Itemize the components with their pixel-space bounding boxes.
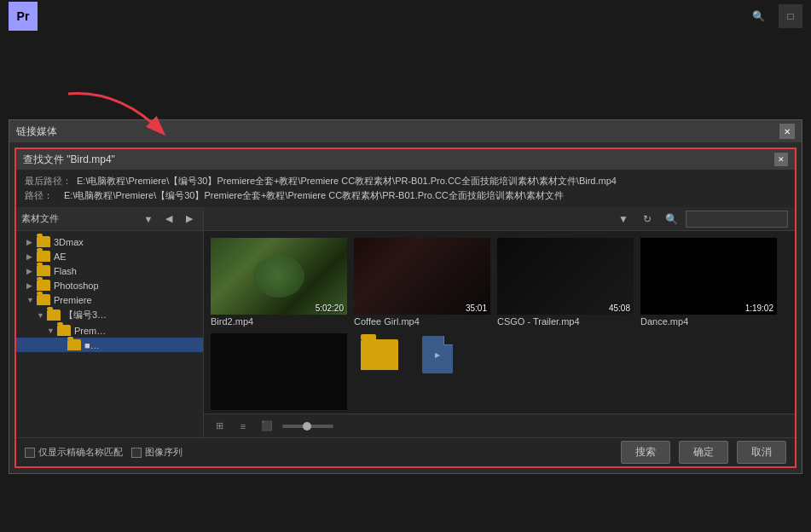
- thumb-img-dark1: [211, 333, 347, 410]
- filter-icon[interactable]: ▼: [614, 210, 633, 228]
- thumb-duration-coffee: 35:01: [466, 304, 487, 313]
- thumb-coffee[interactable]: 35:01 Coffee Girl.mp4: [354, 238, 490, 327]
- tree-arrow-prem-sub: ▼: [47, 327, 57, 335]
- grid-view-btn[interactable]: ⊞: [211, 419, 228, 433]
- tree-label-photoshop: Photoshop: [54, 280, 99, 291]
- right-panel: ▼ ↻ 🔍 5:02:20 Bird2.mp4: [204, 207, 795, 437]
- tree-label-prem-sub: Prem…: [74, 326, 106, 336]
- thumb-csgo[interactable]: 45:08 CSGO - Trailer.mp4: [497, 238, 634, 327]
- tree-arrow-premiere: ▼: [26, 296, 37, 304]
- thumb-label-coffee: Coffee Girl.mp4: [354, 316, 420, 327]
- content-toolbar: ▼ ↻ 🔍: [204, 207, 795, 231]
- sidebar-item-premiere[interactable]: ▼ Premiere: [16, 292, 203, 307]
- tree-label-ae: AE: [54, 252, 67, 262]
- folder-icon-flash: [37, 265, 50, 276]
- bottom-bar: ⊞ ≡ ⬛: [204, 413, 795, 437]
- thumb-img-bird2: 5:02:20: [211, 238, 347, 315]
- content-search-input[interactable]: [686, 211, 788, 228]
- tree-label-sub2: ■…: [84, 340, 100, 350]
- forward-btn[interactable]: ▶: [181, 211, 198, 228]
- folder-toolbar: 素材文件 ▼ ◀ ▶: [16, 207, 203, 231]
- path-value: E:\电脑教程\Premiere\【编号30】Premiere全套+教程\Pre…: [64, 189, 564, 202]
- tree-arrow-ae: ▶: [26, 252, 37, 261]
- checkbox-group-2: 图像序列: [131, 446, 182, 459]
- topbar-search-btn[interactable]: 🔍: [746, 4, 770, 28]
- thumb-dance[interactable]: 1:19:02 Dance.mp4: [640, 238, 777, 327]
- folder-icon-ae: [37, 251, 50, 262]
- tree-arrow-bianhao30: ▼: [37, 311, 47, 320]
- action-row: 仅显示精确名称匹配 图像序列 搜索 确定 取消: [16, 437, 795, 466]
- path-info: 最后路径： E:\电脑教程\Premiere\【编号30】Premiere全套+…: [16, 170, 795, 207]
- checkbox-image-seq[interactable]: [131, 448, 142, 458]
- tree-label-3dmax: 3Dmax: [54, 237, 84, 247]
- thumb-duration-bird2: 5:02:20: [316, 304, 344, 313]
- checkbox-image-seq-label: 图像序列: [145, 446, 182, 459]
- modal-title-bar: 链接媒体 ✕: [9, 120, 802, 142]
- folder-icon-sub2: [67, 339, 81, 350]
- sidebar-item-sub2[interactable]: ■…: [16, 338, 203, 352]
- folder-icon-bianhao30: [47, 309, 61, 321]
- folder-icon-photoshop: [37, 280, 50, 291]
- sub-modal-close-btn[interactable]: ✕: [774, 153, 788, 166]
- sub-modal-title: 查找文件 "Bird.mp4": [23, 153, 115, 167]
- folder-icon-premiere: [37, 294, 50, 305]
- back-btn[interactable]: ◀: [160, 211, 177, 228]
- tree-arrow-flash: ▶: [26, 267, 37, 275]
- sidebar-item-bianhao30[interactable]: ▼ 【编号3…: [16, 307, 203, 323]
- checkbox-exact-match-label: 仅显示精确名称匹配: [38, 446, 123, 459]
- tree-label-flash: Flash: [54, 266, 77, 276]
- left-panel: 素材文件 ▼ ◀ ▶ ▶ 3Dmax ▶ AE: [16, 207, 204, 437]
- last-path-value: E:\电脑教程\Premiere\【编号30】Premiere全套+教程\Pre…: [77, 175, 617, 188]
- dropdown-icon[interactable]: ▼: [140, 211, 157, 228]
- sidebar-item-flash[interactable]: ▶ Flash: [16, 263, 203, 278]
- tree-label-bianhao30: 【编号3…: [64, 309, 107, 321]
- link-media-modal: 链接媒体 ✕ 查找文件 "Bird.mp4" ✕ 最后路径： E:\电脑教程\P…: [9, 119, 802, 474]
- app-logo: Pr: [9, 2, 38, 31]
- refresh-icon[interactable]: ↻: [638, 210, 657, 228]
- thumb-duration-csgo: 45:08: [609, 304, 630, 313]
- grid-file-1: ▶: [412, 333, 463, 376]
- search-toolbar-icon[interactable]: 🔍: [662, 210, 681, 228]
- size-slider[interactable]: [282, 425, 333, 428]
- checkbox-exact-match[interactable]: [25, 448, 35, 458]
- thumb-bird2[interactable]: 5:02:20 Bird2.mp4: [211, 238, 347, 327]
- thumb-label-csgo: CSGO - Trailer.mp4: [497, 316, 580, 327]
- thumb-label-bird2: Bird2.mp4: [211, 316, 253, 327]
- thumb-dark1[interactable]: [211, 333, 347, 412]
- path-label: 路径：: [25, 189, 59, 202]
- list-view-btn[interactable]: ≡: [235, 419, 252, 433]
- topbar-maximize-btn[interactable]: □: [779, 4, 802, 28]
- grid-file-icon-1: ▶: [422, 336, 453, 373]
- modal-close-btn[interactable]: ✕: [779, 124, 795, 139]
- search-btn[interactable]: 搜索: [621, 441, 670, 464]
- grid-folder-icon-1: [361, 339, 398, 370]
- sidebar-label: 素材文件: [21, 212, 136, 225]
- confirm-btn[interactable]: 确定: [679, 441, 728, 464]
- folder-icon-prem-sub: [57, 325, 71, 336]
- sidebar-item-ae[interactable]: ▶ AE: [16, 249, 203, 263]
- thumb-folder1[interactable]: [354, 333, 405, 412]
- checkbox-group-1: 仅显示精确名称匹配: [25, 446, 123, 459]
- cancel-btn[interactable]: 取消: [737, 441, 786, 464]
- file-browser: 素材文件 ▼ ◀ ▶ ▶ 3Dmax ▶ AE: [16, 207, 795, 437]
- sidebar-item-3dmax[interactable]: ▶ 3Dmax: [16, 234, 203, 249]
- tree-arrow-3dmax: ▶: [26, 238, 37, 246]
- sidebar-item-prem-sub[interactable]: ▼ Prem…: [16, 323, 203, 338]
- sub-modal-title-bar: 查找文件 "Bird.mp4" ✕: [16, 149, 795, 170]
- folder-icon-3dmax: [37, 236, 50, 247]
- thumb-img-csgo: 45:08: [497, 238, 634, 315]
- last-path-label: 最后路径：: [25, 175, 72, 188]
- sidebar-item-photoshop[interactable]: ▶ Photoshop: [16, 278, 203, 292]
- folder-tree: ▶ 3Dmax ▶ AE ▶ Flash: [16, 231, 203, 437]
- tree-arrow-photoshop: ▶: [26, 281, 37, 290]
- tree-label-premiere: Premiere: [54, 295, 92, 305]
- view-mode-btn[interactable]: ⬛: [258, 419, 275, 433]
- thumb-img-coffee: 35:01: [354, 238, 490, 315]
- modal-title: 链接媒体: [16, 124, 57, 139]
- thumb-label-dance: Dance.mp4: [640, 316, 688, 327]
- thumb-duration-dance: 1:19:02: [745, 304, 773, 313]
- thumb-file1[interactable]: ▶: [412, 333, 463, 412]
- thumb-img-dance: 1:19:02: [640, 238, 777, 315]
- thumbnail-grid: 5:02:20 Bird2.mp4 35:01 Coffee Girl.mp4: [204, 231, 795, 413]
- size-slider-handle: [303, 422, 311, 431]
